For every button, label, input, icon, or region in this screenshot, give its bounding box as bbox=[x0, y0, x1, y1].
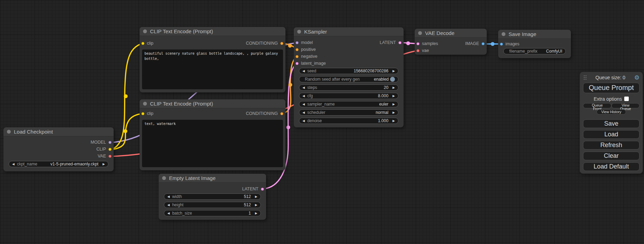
node-title-bar[interactable]: KSampler bbox=[294, 27, 404, 36]
output-port-conditioning[interactable] bbox=[280, 42, 283, 45]
input-port-vae[interactable] bbox=[416, 49, 420, 52]
node-title-bar[interactable]: CLIP Text Encode (Prompt) bbox=[140, 99, 285, 108]
decrement-arrow-icon[interactable]: ◀ bbox=[167, 212, 170, 215]
input-port-latent-image[interactable] bbox=[295, 62, 299, 65]
extra-options-checkbox[interactable] bbox=[624, 97, 629, 101]
widget-scheduler[interactable]: ◀ scheduler normal ▶ bbox=[299, 109, 398, 116]
increment-arrow-icon[interactable]: ▶ bbox=[392, 86, 395, 89]
decrement-arrow-icon[interactable]: ◀ bbox=[167, 195, 170, 198]
input-port-negative[interactable] bbox=[295, 55, 299, 58]
link-midpoint-dot bbox=[124, 129, 127, 133]
node-vae-decode[interactable]: VAE Decode samples IMAGE vae bbox=[415, 29, 487, 55]
input-port-model[interactable] bbox=[295, 41, 299, 44]
queue-prompt-button[interactable]: Queue Prompt bbox=[583, 83, 639, 93]
decrement-arrow-icon[interactable]: ◀ bbox=[302, 94, 305, 98]
node-title: CLIP Text Encode (Prompt) bbox=[150, 101, 213, 107]
node-ksampler[interactable]: KSampler model LATENT positive negative … bbox=[294, 27, 404, 127]
decrement-arrow-icon[interactable]: ◀ bbox=[302, 119, 305, 123]
prompt-textarea[interactable]: text, watermark bbox=[142, 120, 283, 167]
widget-label: height bbox=[172, 202, 184, 207]
increment-arrow-icon[interactable]: ▶ bbox=[392, 103, 395, 106]
increment-arrow-icon[interactable]: ▶ bbox=[103, 163, 105, 166]
decrement-arrow-icon[interactable]: ◀ bbox=[302, 86, 305, 89]
prompt-textarea[interactable]: beautiful scenery nature glass bottle la… bbox=[142, 49, 283, 89]
collapse-dot-icon[interactable] bbox=[143, 29, 147, 33]
load-button[interactable]: Load bbox=[583, 130, 639, 139]
collapse-dot-icon[interactable] bbox=[162, 176, 166, 180]
widget-ckpt-name[interactable]: ◀ ckpt_name v1-5-pruned-emaonly.ckpt ▶ bbox=[9, 161, 108, 167]
node-title-bar[interactable]: VAE Decode bbox=[415, 29, 487, 38]
widget-sampler-name[interactable]: ◀ sampler_name euler ▶ bbox=[299, 101, 398, 107]
widget-steps[interactable]: ◀ steps 20 ▶ bbox=[299, 84, 398, 91]
widget-label: ckpt_name bbox=[17, 162, 37, 166]
extra-options-label: Extra options bbox=[594, 96, 622, 102]
link-midpoint-dot bbox=[289, 83, 292, 87]
increment-arrow-icon[interactable]: ▶ bbox=[255, 204, 257, 207]
settings-gear-icon[interactable]: ⚙ bbox=[634, 75, 639, 81]
save-button[interactable]: Save bbox=[583, 119, 639, 128]
output-port-image[interactable] bbox=[482, 42, 485, 45]
widget-height[interactable]: ◀ height 512 ▶ bbox=[164, 202, 261, 208]
increment-arrow-icon[interactable]: ▶ bbox=[255, 212, 257, 215]
increment-arrow-icon[interactable]: ▶ bbox=[392, 111, 395, 114]
output-port-conditioning[interactable] bbox=[280, 112, 283, 115]
node-clip-text-encode-positive[interactable]: CLIP Text Encode (Prompt) clip CONDITION… bbox=[140, 27, 285, 92]
decrement-arrow-icon[interactable]: ◀ bbox=[302, 111, 305, 114]
input-port-clip[interactable] bbox=[141, 112, 144, 115]
widget-batch-size[interactable]: ◀ batch_size 1 ▶ bbox=[164, 210, 261, 216]
input-port-samples[interactable] bbox=[416, 42, 420, 45]
collapse-dot-icon[interactable] bbox=[502, 32, 505, 36]
clear-button[interactable]: Clear bbox=[583, 152, 639, 160]
node-title-bar[interactable]: Empty Latent Image bbox=[159, 174, 266, 183]
widget-value: 1 bbox=[248, 211, 251, 216]
node-save-image[interactable]: Save Image images filename_prefix ComfyU… bbox=[498, 30, 571, 58]
collapse-dot-icon[interactable] bbox=[143, 102, 147, 106]
node-load-checkpoint[interactable]: Load Checkpoint MODEL CLIP VAE ◀ ckpt_na… bbox=[3, 127, 114, 171]
load-default-button[interactable]: Load Default bbox=[583, 162, 639, 171]
increment-arrow-icon[interactable]: ▶ bbox=[392, 70, 395, 73]
view-queue-button[interactable]: View Queue bbox=[611, 103, 639, 108]
decrement-arrow-icon[interactable]: ◀ bbox=[302, 103, 305, 106]
output-port-vae[interactable] bbox=[108, 155, 112, 158]
widget-random-seed-toggle[interactable]: Random seed after every gen enabled bbox=[299, 76, 398, 82]
node-empty-latent-image[interactable]: Empty Latent Image LATENT ◀ width 512 ▶ … bbox=[159, 174, 266, 220]
output-port-model[interactable] bbox=[108, 141, 112, 144]
output-port-clip[interactable] bbox=[108, 148, 112, 151]
node-clip-text-encode-negative[interactable]: CLIP Text Encode (Prompt) clip CONDITION… bbox=[140, 99, 285, 170]
input-label-positive: positive bbox=[301, 47, 316, 52]
increment-arrow-icon[interactable]: ▶ bbox=[255, 195, 257, 198]
node-title-bar[interactable]: Load Checkpoint bbox=[3, 127, 114, 136]
queue-front-button[interactable]: Queue Front bbox=[583, 103, 611, 108]
input-port-images[interactable] bbox=[500, 43, 503, 46]
input-port-clip[interactable] bbox=[141, 42, 144, 45]
collapse-dot-icon[interactable] bbox=[418, 31, 422, 35]
widget-label: Random seed after every gen bbox=[305, 77, 360, 82]
increment-arrow-icon[interactable]: ▶ bbox=[392, 94, 395, 98]
refresh-button[interactable]: Refresh bbox=[583, 141, 639, 150]
toggle-circle-icon[interactable] bbox=[390, 77, 395, 82]
widget-seed[interactable]: ◀ seed 156680208700286 ▶ bbox=[299, 68, 398, 74]
input-port-positive[interactable] bbox=[295, 48, 299, 51]
queue-panel: Queue size: 0 ⚙ Queue Prompt Extra optio… bbox=[580, 72, 643, 174]
collapse-dot-icon[interactable] bbox=[297, 30, 301, 34]
widget-denoise[interactable]: ◀ denoise 1.000 ▶ bbox=[299, 118, 398, 124]
decrement-arrow-icon[interactable]: ◀ bbox=[302, 70, 305, 73]
widget-cfg[interactable]: ◀ cfg 8.000 ▶ bbox=[299, 93, 398, 99]
view-history-button[interactable]: View History bbox=[597, 109, 626, 115]
input-label-vae: vae bbox=[422, 48, 429, 53]
decrement-arrow-icon[interactable]: ◀ bbox=[12, 163, 15, 166]
decrement-arrow-icon[interactable]: ◀ bbox=[167, 204, 170, 207]
widget-value: 512 bbox=[244, 202, 251, 207]
output-label-vae: VAE bbox=[98, 154, 106, 159]
drag-handle-icon[interactable] bbox=[584, 75, 586, 80]
node-canvas[interactable]: Load Checkpoint MODEL CLIP VAE ◀ ckpt_na… bbox=[0, 0, 644, 244]
widget-filename-prefix[interactable]: filename_prefix ComfyUI bbox=[503, 48, 566, 54]
collapse-dot-icon[interactable] bbox=[7, 130, 11, 134]
output-port-latent[interactable] bbox=[261, 188, 264, 191]
node-title-bar[interactable]: Save Image bbox=[498, 30, 571, 39]
increment-arrow-icon[interactable]: ▶ bbox=[392, 119, 395, 123]
node-title-bar[interactable]: CLIP Text Encode (Prompt) bbox=[140, 27, 285, 36]
widget-width[interactable]: ◀ width 512 ▶ bbox=[164, 193, 261, 200]
node-title: VAE Decode bbox=[425, 30, 455, 36]
output-port-latent[interactable] bbox=[398, 41, 402, 44]
